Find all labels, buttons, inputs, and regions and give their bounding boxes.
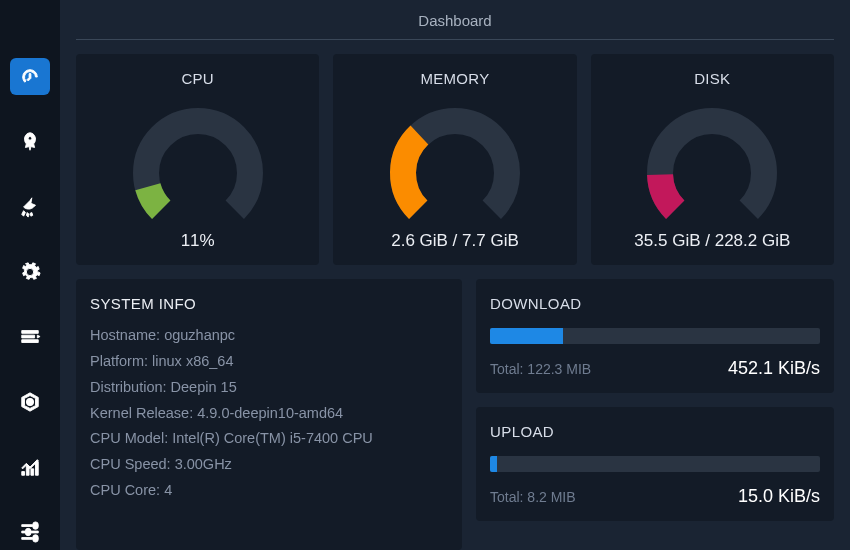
upload-footer: Total: 8.2 MIB 15.0 KiB/s [490,486,820,507]
cpu-gauge [108,95,288,225]
nav-resources[interactable] [10,448,50,485]
upload-bar [490,456,820,472]
cpu-gauge-value: 11% [181,231,215,251]
divider [76,39,834,40]
system-info-line: CPU Speed: 3.00GHz [90,455,448,474]
page-title: Dashboard [76,10,834,39]
upload-bar-fill [490,456,497,472]
download-total: Total: 122.3 MIB [490,361,591,377]
gauges-row: CPU 11% MEMORY 2.6 GiB / 7.7 GiB DISK 35… [76,54,834,265]
settings-icon [19,521,41,543]
memory-gauge-card: MEMORY 2.6 GiB / 7.7 GiB [333,54,576,265]
disk-gauge-value: 35.5 GiB / 228.2 GiB [634,231,790,251]
download-footer: Total: 122.3 MIB 452.1 KiB/s [490,358,820,379]
system-info-card: SYSTEM INFO Hostname: oguzhanpcPlatform:… [76,279,462,550]
system-info-line: Distribution: Deepin 15 [90,378,448,397]
download-title: DOWNLOAD [490,295,820,312]
memory-gauge [365,95,545,225]
system-info-line: Platform: linux x86_64 [90,352,448,371]
nav-settings[interactable] [10,513,50,550]
system-info-line: Hostname: oguzhanpc [90,326,448,345]
upload-card: UPLOAD Total: 8.2 MIB 15.0 KiB/s [476,407,834,521]
startup-apps-icon [19,131,41,153]
upload-title: UPLOAD [490,423,820,440]
system-info-line: Kernel Release: 4.9.0-deepin10-amd64 [90,404,448,423]
download-bar-fill [490,328,563,344]
download-card: DOWNLOAD Total: 122.3 MIB 452.1 KiB/s [476,279,834,393]
disk-gauge-card: DISK 35.5 GiB / 228.2 GiB [591,54,834,265]
nav-processes[interactable] [10,318,50,355]
system-cleaner-icon [19,196,41,218]
download-speed: 452.1 KiB/s [728,358,820,379]
upload-total: Total: 8.2 MIB [490,489,576,505]
network-column: DOWNLOAD Total: 122.3 MIB 452.1 KiB/s UP… [476,279,834,550]
system-info-line: CPU Core: 4 [90,481,448,500]
nav-dashboard[interactable] [10,58,50,95]
memory-gauge-title: MEMORY [420,70,489,87]
nav-uninstaller[interactable] [10,383,50,420]
lower-row: SYSTEM INFO Hostname: oguzhanpcPlatform:… [76,279,834,550]
sidebar [0,0,60,550]
system-info-line: CPU Model: Intel(R) Core(TM) i5-7400 CPU [90,429,448,448]
nav-startup-apps[interactable] [10,123,50,160]
download-bar [490,328,820,344]
cpu-gauge-card: CPU 11% [76,54,319,265]
dashboard-icon [19,66,41,88]
system-info-list: Hostname: oguzhanpcPlatform: linux x86_6… [90,326,448,500]
nav-system-cleaner[interactable] [10,188,50,225]
services-icon [19,261,41,283]
disk-gauge-title: DISK [694,70,730,87]
upload-speed: 15.0 KiB/s [738,486,820,507]
processes-icon [19,326,41,348]
memory-gauge-value: 2.6 GiB / 7.7 GiB [391,231,519,251]
resources-icon [19,456,41,478]
main-content: Dashboard CPU 11% MEMORY 2.6 GiB / 7.7 G… [60,0,850,550]
cpu-gauge-title: CPU [181,70,214,87]
uninstaller-icon [19,391,41,413]
disk-gauge [622,95,802,225]
system-info-title: SYSTEM INFO [90,295,448,312]
nav-services[interactable] [10,253,50,290]
